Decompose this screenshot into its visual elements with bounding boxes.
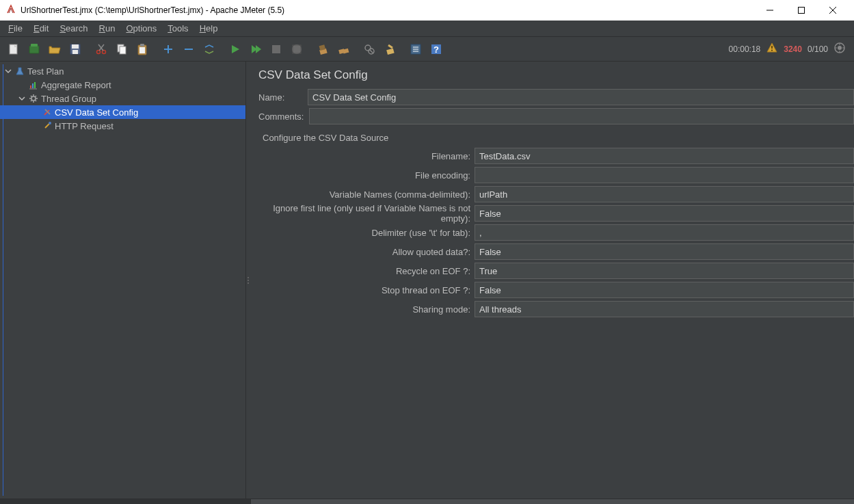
encoding-label: File encoding: bbox=[258, 170, 470, 181]
recycle-label: Recycle on EOF ?: bbox=[258, 266, 470, 276]
config-panel: CSV Data Set Config Name: Comments: Conf… bbox=[250, 62, 854, 499]
stop-button[interactable] bbox=[267, 40, 286, 59]
comments-input[interactable] bbox=[309, 108, 854, 124]
svg-line-12 bbox=[99, 44, 104, 51]
stop-input[interactable] bbox=[475, 282, 854, 298]
menu-bar: File Edit Search Run Options Tools Help bbox=[0, 21, 854, 37]
svg-rect-18 bbox=[139, 47, 145, 53]
tree-panel: Test Plan Aggregate Report Thread Group … bbox=[0, 62, 246, 499]
menu-options[interactable]: Options bbox=[120, 22, 162, 35]
svg-rect-48 bbox=[32, 83, 34, 88]
toggle-button[interactable] bbox=[200, 40, 219, 59]
clear-button[interactable] bbox=[313, 40, 332, 59]
clear-all-button[interactable] bbox=[334, 40, 353, 59]
recycle-input[interactable] bbox=[475, 263, 854, 279]
svg-point-42 bbox=[838, 46, 842, 50]
window-titlebar: UrlShortnerTest.jmx (C:\temp\UrlShortner… bbox=[0, 0, 854, 21]
start-no-pause-button[interactable] bbox=[246, 40, 265, 59]
open-button[interactable] bbox=[45, 40, 64, 59]
collapse-button[interactable] bbox=[179, 40, 198, 59]
chevron-down-icon[interactable] bbox=[16, 95, 27, 102]
shutdown-button[interactable] bbox=[287, 40, 306, 59]
tree-label: Thread Group bbox=[40, 94, 96, 104]
svg-rect-17 bbox=[140, 44, 144, 47]
svg-line-59 bbox=[31, 101, 32, 102]
sharing-input[interactable] bbox=[475, 301, 854, 317]
app-icon bbox=[5, 4, 16, 17]
svg-rect-6 bbox=[31, 44, 38, 47]
error-count: 3240 bbox=[784, 44, 802, 54]
ignore-first-input[interactable] bbox=[475, 205, 854, 222]
close-button[interactable] bbox=[817, 0, 849, 21]
svg-rect-47 bbox=[30, 85, 31, 88]
beaker-icon bbox=[14, 66, 26, 76]
svg-line-13 bbox=[98, 44, 103, 51]
status-bar bbox=[0, 499, 854, 504]
tree-node-test-plan[interactable]: Test Plan bbox=[0, 64, 245, 78]
toolbar: ? 00:00:18 3240 0/100 bbox=[0, 37, 854, 62]
svg-rect-4 bbox=[10, 44, 17, 54]
save-button[interactable] bbox=[66, 40, 85, 59]
search-button[interactable] bbox=[360, 40, 379, 59]
svg-line-62 bbox=[45, 124, 49, 128]
start-button[interactable] bbox=[226, 40, 245, 59]
reset-search-button[interactable] bbox=[380, 40, 399, 59]
svg-point-23 bbox=[292, 44, 302, 54]
svg-line-57 bbox=[36, 101, 37, 102]
threads-icon bbox=[833, 42, 846, 56]
svg-line-30 bbox=[370, 50, 373, 53]
name-label: Name: bbox=[258, 92, 302, 103]
encoding-input[interactable] bbox=[475, 167, 854, 183]
chevron-down-icon[interactable] bbox=[3, 68, 14, 75]
name-input[interactable] bbox=[308, 89, 854, 105]
copy-button[interactable] bbox=[112, 40, 131, 59]
maximize-button[interactable] bbox=[786, 0, 817, 21]
quoted-input[interactable] bbox=[475, 243, 854, 260]
paste-button[interactable] bbox=[133, 40, 152, 59]
stop-label: Stop thread on EOF ?: bbox=[258, 285, 470, 295]
delimiter-label: Delimiter (use '\t' for tab): bbox=[258, 228, 470, 238]
menu-tools[interactable]: Tools bbox=[162, 22, 194, 35]
menu-edit[interactable]: Edit bbox=[28, 22, 54, 35]
sharing-label: Sharing mode: bbox=[258, 304, 470, 315]
svg-rect-49 bbox=[34, 82, 36, 88]
tree-node-csv-config[interactable]: CSV Data Set Config bbox=[0, 105, 245, 119]
new-button[interactable] bbox=[4, 40, 23, 59]
tree-label: CSV Data Set Config bbox=[53, 107, 138, 118]
expand-button[interactable] bbox=[159, 40, 178, 59]
menu-search[interactable]: Search bbox=[54, 22, 93, 35]
elapsed-timer: 00:00:18 bbox=[729, 44, 761, 54]
tree-label: Test Plan bbox=[26, 66, 64, 77]
function-helper-button[interactable] bbox=[406, 40, 425, 59]
menu-help[interactable]: Help bbox=[194, 22, 224, 35]
svg-point-29 bbox=[365, 45, 371, 51]
svg-line-58 bbox=[36, 96, 37, 97]
svg-rect-5 bbox=[29, 46, 39, 53]
menu-run[interactable]: Run bbox=[94, 22, 121, 35]
svg-point-40 bbox=[771, 50, 773, 51]
cut-button[interactable] bbox=[92, 40, 111, 59]
templates-button[interactable] bbox=[25, 40, 44, 59]
report-icon bbox=[27, 80, 40, 90]
quoted-label: Allow quoted data?: bbox=[258, 247, 470, 257]
comments-label: Comments: bbox=[258, 111, 304, 122]
tree-node-http-request[interactable]: HTTP Request bbox=[0, 119, 245, 133]
minimize-button[interactable] bbox=[754, 0, 786, 21]
svg-text:?: ? bbox=[433, 44, 439, 55]
svg-point-63 bbox=[49, 122, 51, 124]
svg-rect-22 bbox=[272, 45, 280, 53]
help-button[interactable]: ? bbox=[427, 40, 446, 59]
warning-icon bbox=[766, 42, 778, 56]
varnames-input[interactable] bbox=[475, 186, 854, 202]
thread-count: 0/100 bbox=[808, 44, 828, 54]
pipette-icon bbox=[41, 121, 53, 131]
filename-input[interactable] bbox=[475, 148, 854, 164]
delimiter-input[interactable] bbox=[475, 224, 854, 241]
tree-label: HTTP Request bbox=[53, 121, 114, 131]
menu-file[interactable]: File bbox=[3, 22, 28, 35]
main-area: Test Plan Aggregate Report Thread Group … bbox=[0, 62, 854, 499]
tree-node-aggregate-report[interactable]: Aggregate Report bbox=[0, 78, 245, 92]
section-header: Configure the CSV Data Source bbox=[250, 126, 854, 147]
tree-node-thread-group[interactable]: Thread Group bbox=[0, 92, 245, 105]
gear-icon bbox=[27, 94, 40, 103]
